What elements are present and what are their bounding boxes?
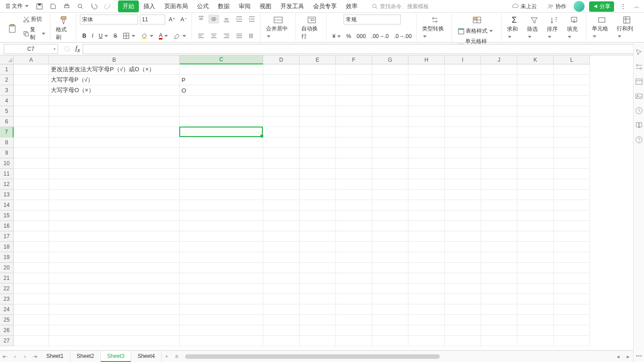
row-header-6[interactable]: 6	[0, 117, 14, 127]
scroll-right-icon[interactable]: ▸	[623, 352, 633, 362]
cell-B21[interactable]	[49, 273, 180, 284]
cell-H6[interactable]	[408, 117, 445, 127]
cell-K27[interactable]	[517, 336, 554, 346]
cell-L16[interactable]	[554, 221, 590, 231]
cell-C24[interactable]	[180, 304, 263, 315]
cell-button[interactable]: 单元格	[590, 15, 614, 40]
cell-K3[interactable]	[517, 85, 554, 96]
help-icon[interactable]	[635, 136, 643, 144]
cell-A3[interactable]	[14, 85, 49, 96]
cell-J7[interactable]	[481, 127, 517, 137]
cell-J6[interactable]	[481, 117, 517, 127]
cell-A25[interactable]	[14, 315, 49, 325]
cell-C5[interactable]	[180, 106, 263, 117]
row-header-12[interactable]: 12	[0, 179, 14, 190]
cell-K2[interactable]	[517, 75, 554, 85]
align-center-icon[interactable]	[208, 31, 219, 40]
cell-J20[interactable]	[481, 263, 517, 273]
cell-E4[interactable]	[300, 96, 336, 106]
cell-I13[interactable]	[445, 190, 481, 200]
cell-E15[interactable]	[300, 210, 336, 221]
sum-button[interactable]: Σ求和	[505, 15, 523, 40]
cell-D3[interactable]	[263, 85, 300, 96]
cell-D15[interactable]	[263, 210, 300, 221]
cell-B17[interactable]	[49, 231, 180, 242]
cell-G7[interactable]	[372, 127, 408, 137]
cell-F16[interactable]	[336, 221, 372, 231]
cell-L9[interactable]	[554, 148, 590, 158]
cell-L12[interactable]	[554, 179, 590, 190]
cell-B26[interactable]	[49, 325, 180, 336]
increase-decimal-icon[interactable]: .00→.0	[369, 32, 391, 40]
cell-C2[interactable]: P	[180, 75, 263, 85]
cell-B8[interactable]	[49, 137, 180, 148]
cell-L11[interactable]	[554, 169, 590, 179]
cursor-icon[interactable]	[635, 49, 643, 57]
cell-F17[interactable]	[336, 231, 372, 242]
orientation-icon[interactable]	[246, 31, 257, 40]
cell-I7[interactable]	[445, 127, 481, 137]
col-header-F[interactable]: F	[336, 55, 372, 64]
cell-J21[interactable]	[481, 273, 517, 284]
cell-G4[interactable]	[372, 96, 408, 106]
cell-K26[interactable]	[517, 325, 554, 336]
cell-I2[interactable]	[445, 75, 481, 85]
cell-K8[interactable]	[517, 137, 554, 148]
cell-H10[interactable]	[408, 158, 445, 169]
cell-K6[interactable]	[517, 117, 554, 127]
col-header-J[interactable]: J	[481, 55, 517, 64]
row-header-25[interactable]: 25	[0, 315, 14, 325]
comma-icon[interactable]: 000	[355, 32, 368, 40]
cut-button[interactable]: 剪切	[21, 15, 47, 24]
table-style-button[interactable]: 表格样式	[456, 26, 498, 36]
cell-E5[interactable]	[300, 106, 336, 117]
cell-I1[interactable]	[445, 64, 481, 75]
cell-L17[interactable]	[554, 231, 590, 242]
cell-I16[interactable]	[445, 221, 481, 231]
decrease-decimal-icon[interactable]: .0→.00	[393, 32, 414, 40]
formula-input[interactable]	[83, 44, 640, 54]
strike-button[interactable]: S	[112, 32, 119, 40]
avatar[interactable]	[574, 1, 585, 12]
cell-K22[interactable]	[517, 284, 554, 294]
cell-J11[interactable]	[481, 169, 517, 179]
cell-J18[interactable]	[481, 242, 517, 252]
name-box[interactable]: C7 ▾	[4, 44, 58, 54]
cell-D20[interactable]	[263, 263, 300, 273]
cell-J12[interactable]	[481, 179, 517, 190]
cell-D1[interactable]	[263, 64, 300, 75]
cell-I21[interactable]	[445, 273, 481, 284]
cell-C18[interactable]	[180, 242, 263, 252]
cell-A20[interactable]	[14, 263, 49, 273]
currency-icon[interactable]: ¥	[330, 32, 343, 40]
cell-J26[interactable]	[481, 325, 517, 336]
cell-C26[interactable]	[180, 325, 263, 336]
cell-I9[interactable]	[445, 148, 481, 158]
type-convert-button[interactable]: 类型转换	[420, 15, 449, 40]
cell-G1[interactable]	[372, 64, 408, 75]
row-header-2[interactable]: 2	[0, 75, 14, 85]
menu-tab-5[interactable]: 审阅	[234, 0, 255, 12]
col-header-I[interactable]: I	[445, 55, 481, 64]
row-header-18[interactable]: 18	[0, 242, 14, 252]
cell-L21[interactable]	[554, 273, 590, 284]
cell-G8[interactable]	[372, 137, 408, 148]
cell-A22[interactable]	[14, 284, 49, 294]
cell-H4[interactable]	[408, 96, 445, 106]
cell-E7[interactable]	[300, 127, 336, 137]
cell-B9[interactable]	[49, 148, 180, 158]
cell-I12[interactable]	[445, 179, 481, 190]
cell-J4[interactable]	[481, 96, 517, 106]
cell-E25[interactable]	[300, 315, 336, 325]
cell-D24[interactable]	[263, 304, 300, 315]
cell-D12[interactable]	[263, 179, 300, 190]
sheet-tab-Sheet2[interactable]: Sheet2	[70, 351, 101, 362]
wrap-button[interactable]: 自动换行	[300, 15, 324, 41]
row-header-1[interactable]: 1	[0, 64, 14, 75]
cell-D27[interactable]	[263, 336, 300, 346]
cell-I22[interactable]	[445, 284, 481, 294]
cell-J1[interactable]	[481, 64, 517, 75]
spreadsheet-grid[interactable]: ABCDEFGHIJKL 1更改法更改法大写字母P（√）或O（×）2大写字母P（…	[0, 55, 633, 350]
menu-tab-8[interactable]: 会员专享	[309, 0, 341, 12]
cell-A16[interactable]	[14, 221, 49, 231]
